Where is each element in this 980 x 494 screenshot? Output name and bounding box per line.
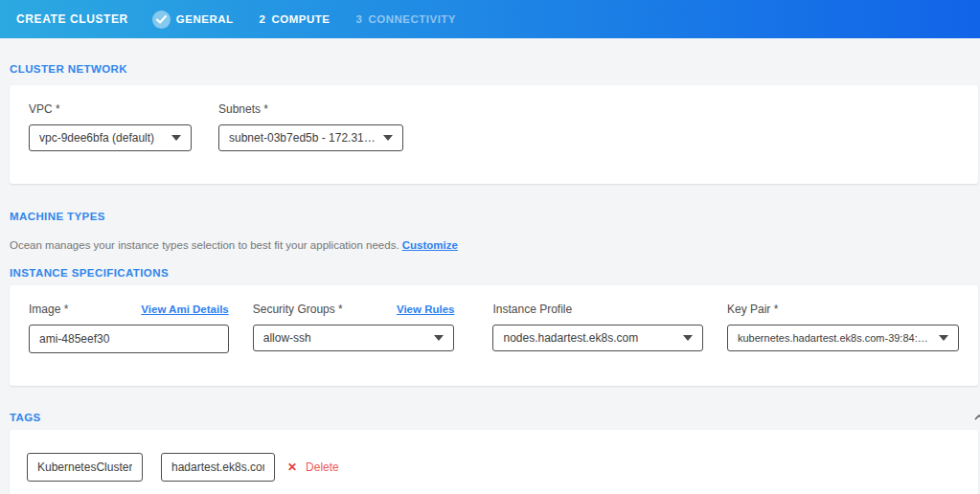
- subnets-select[interactable]: subnet-03b7ed5b - 172.31.0.0/20 ...: [218, 124, 403, 151]
- key-pair-field: Key Pair * kubernetes.hadartest.ek8s.com…: [727, 303, 959, 353]
- step-number: 2: [260, 13, 266, 25]
- chevron-down-icon: [383, 135, 393, 141]
- step-label: CONNECTIVITY: [368, 13, 456, 25]
- cluster-network-heading: CLUSTER NETWORK: [10, 63, 980, 75]
- vpc-field: VPC * vpc-9dee6bfa (default): [29, 102, 192, 151]
- delete-tag-button[interactable]: ✕ Delete: [287, 460, 339, 474]
- step-label: COMPUTE: [272, 13, 330, 25]
- chevron-down-icon: [434, 335, 444, 341]
- key-pair-select[interactable]: kubernetes.hadartest.ek8s.com-39:84:a5:9…: [727, 325, 959, 351]
- vpc-label: VPC *: [29, 102, 192, 116]
- machine-types-description: Ocean manages your instance types select…: [10, 239, 980, 251]
- instance-profile-field: Instance Profile nodes.hadartest.ek8s.co…: [492, 303, 703, 353]
- tag-row: ✕ Delete: [27, 453, 959, 482]
- machine-types-description-text: Ocean manages your instance types select…: [10, 239, 399, 251]
- chevron-down-icon: [171, 135, 181, 141]
- chevron-down-icon: [939, 335, 948, 341]
- security-groups-select-value: allow-ssh: [263, 331, 311, 345]
- vpc-select[interactable]: vpc-9dee6bfa (default): [29, 124, 192, 151]
- instance-profile-label: Instance Profile: [492, 303, 703, 316]
- customize-link[interactable]: Customize: [402, 239, 458, 251]
- subnets-label: Subnets *: [218, 102, 403, 116]
- instance-specifications-card: Image * View Ami Details Security Groups…: [10, 285, 978, 386]
- view-rules-link[interactable]: View Rules: [397, 303, 455, 315]
- image-input[interactable]: [29, 325, 229, 353]
- tab-connectivity[interactable]: 3 CONNECTIVITY: [356, 13, 457, 25]
- machine-types-heading: MACHINE TYPES: [10, 211, 980, 222]
- tab-general[interactable]: GENERAL: [152, 11, 234, 29]
- instance-profile-select[interactable]: nodes.hadartest.ek8s.com: [492, 325, 703, 351]
- cluster-network-card: VPC * vpc-9dee6bfa (default) Subnets * s…: [10, 85, 978, 184]
- tag-key-input[interactable]: [27, 453, 143, 482]
- subnets-field: Subnets * subnet-03b7ed5b - 172.31.0.0/2…: [218, 102, 403, 151]
- security-groups-select[interactable]: allow-ssh: [253, 325, 455, 351]
- step-number: 3: [356, 13, 363, 25]
- view-ami-details-link[interactable]: View Ami Details: [141, 303, 228, 315]
- tags-collapse-chevron-icon[interactable]: [974, 408, 980, 425]
- vpc-select-value: vpc-9dee6bfa (default): [39, 131, 154, 145]
- delete-tag-label: Delete: [306, 460, 339, 474]
- security-groups-field: Security Groups * View Rules allow-ssh: [253, 303, 455, 353]
- tag-value-input[interactable]: [161, 453, 275, 482]
- page-title: CREATE CLUSTER: [16, 12, 128, 26]
- key-pair-label: Key Pair *: [727, 303, 959, 316]
- delete-x-icon: ✕: [287, 461, 297, 473]
- tags-card: ✕ Delete: [10, 430, 978, 494]
- step-label: GENERAL: [176, 13, 234, 25]
- chevron-down-icon: [683, 335, 693, 341]
- instance-profile-select-value: nodes.hadartest.ek8s.com: [503, 331, 638, 345]
- key-pair-select-value: kubernetes.hadartest.ek8s.com-39:84:a5:9…: [738, 332, 933, 344]
- subnets-select-value: subnet-03b7ed5b - 172.31.0.0/20 ...: [229, 131, 377, 145]
- tab-compute[interactable]: 2 COMPUTE: [260, 13, 330, 25]
- image-field: Image * View Ami Details: [29, 303, 229, 353]
- wizard-steps: GENERAL 2 COMPUTE 3 CONNECTIVITY: [152, 11, 482, 29]
- image-label: Image *: [29, 303, 68, 316]
- instance-specifications-heading: INSTANCE SPECIFICATIONS: [10, 267, 980, 279]
- tags-heading: TAGS: [10, 412, 980, 423]
- wizard-header: CREATE CLUSTER GENERAL 2 COMPUTE 3 CONNE…: [0, 0, 980, 38]
- security-groups-label: Security Groups *: [253, 303, 343, 316]
- check-icon: [152, 11, 171, 29]
